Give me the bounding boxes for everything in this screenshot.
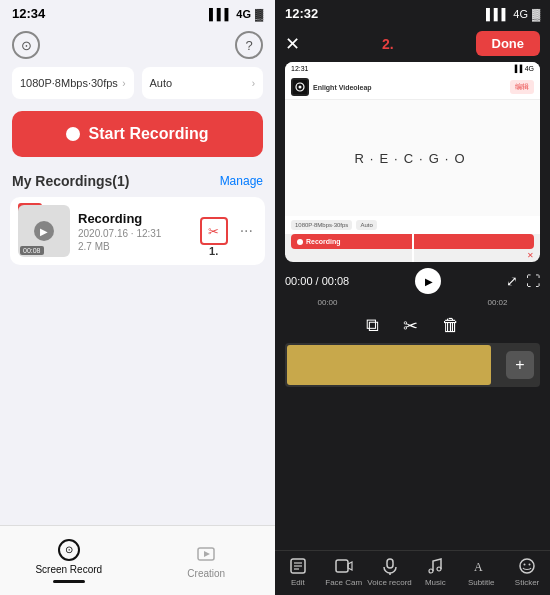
time-left: 12:34: [12, 6, 45, 21]
signal-icon-left: ▌▌▌: [209, 8, 232, 20]
left-panel: 12:34 ▌▌▌ 4G ▓ ⊙ ? 1080P·8Mbps·30fps › A…: [0, 0, 275, 595]
start-recording-button[interactable]: Start Recording: [12, 111, 263, 157]
timeline-bar: 00:00 / 00:08 ▶ ⤢ ⛶: [275, 262, 550, 298]
target-icon[interactable]: ⊙: [12, 31, 40, 59]
preview-rec-dot: [297, 239, 303, 245]
active-indicator: [53, 580, 85, 583]
tick-1: [370, 298, 455, 307]
edit-icon: [289, 557, 307, 575]
question-icon[interactable]: ?: [235, 31, 263, 59]
preview-rec-label: Recording: [306, 238, 341, 245]
quality-button[interactable]: 1080P·8Mbps·30fps ›: [12, 67, 134, 99]
recording-item: New ▶ 00:08 Recording 2020.07.16 · 12:31…: [10, 197, 265, 265]
delete-tool[interactable]: 🗑: [442, 315, 460, 337]
svg-text:A: A: [474, 560, 483, 574]
recording-name: Recording: [78, 211, 192, 226]
expand-icon[interactable]: ⤢: [506, 273, 518, 289]
battery-icon-left: ▓: [255, 8, 263, 20]
right-panel: 12:32 ▌▌▌ 4G ▓ ✕ 2. Done 12:31 ▌▌4G: [275, 0, 550, 595]
cut-icon: ✂: [403, 315, 418, 337]
status-icons-right: ▌▌▌ 4G ▓: [486, 8, 540, 20]
facecam-label: Face Cam: [325, 578, 362, 587]
voice-tool-item[interactable]: Voice record: [367, 557, 413, 587]
bottom-nav: ⊙ Screen Record Creation: [0, 525, 275, 595]
top-icons-left: ⊙ ?: [0, 27, 275, 67]
battery-icon-right: ▓: [532, 8, 540, 20]
recording-date: 2020.07.16 · 12:31: [78, 228, 192, 239]
facecam-tool-item[interactable]: Face Cam: [321, 557, 367, 587]
preview-edit-badge: 编辑: [510, 80, 534, 94]
preview-app-name: Enlight Videoleap: [313, 84, 372, 91]
manage-button[interactable]: Manage: [220, 174, 263, 188]
status-bar-right: 12:32 ▌▌▌ 4G ▓: [275, 0, 550, 27]
more-button[interactable]: ···: [236, 222, 257, 240]
network-icon-right: 4G: [513, 8, 528, 20]
preview-quality: 1080P·8Mbps·30fps: [291, 220, 352, 230]
thumb-duration: 00:08: [20, 246, 44, 255]
bottom-toolbar: Edit Face Cam Voice record Music: [275, 550, 550, 595]
recordings-header: My Recordings(1) Manage: [0, 173, 275, 197]
recording-size: 2.7 MB: [78, 241, 192, 252]
expand-icons: ⤢ ⛶: [506, 273, 540, 289]
timeline-ticks: 00:00 00:02: [275, 298, 550, 307]
music-label: Music: [425, 578, 446, 587]
cut-tool[interactable]: ✂: [403, 315, 418, 337]
tick-2: 00:02: [455, 298, 540, 307]
copy-tool[interactable]: ⧉: [366, 315, 379, 337]
svg-rect-9: [336, 560, 348, 572]
svg-point-17: [524, 564, 526, 566]
sticker-tool-item[interactable]: Sticker: [504, 557, 550, 587]
preview-content: R·E·C·G·O: [285, 100, 540, 216]
done-button[interactable]: Done: [476, 31, 541, 56]
network-icon-left: 4G: [236, 8, 251, 20]
delete-icon: 🗑: [442, 315, 460, 336]
time-display: 00:00 / 00:08: [285, 275, 349, 287]
edit-tool-item[interactable]: Edit: [275, 557, 321, 587]
fullscreen-icon[interactable]: ⛶: [526, 273, 540, 289]
record-dot: [66, 127, 80, 141]
screen-record-icon: ⊙: [58, 539, 80, 561]
nav-record-label: Screen Record: [35, 564, 102, 575]
subtitle-icon: A: [472, 557, 490, 575]
creation-icon: [195, 543, 217, 565]
edit-tools: ⧉ ✂ 🗑: [275, 311, 550, 343]
add-clip-button[interactable]: +: [506, 351, 534, 379]
nav-screen-record[interactable]: ⊙ Screen Record: [0, 526, 138, 595]
recording-thumbnail[interactable]: ▶ 00:08: [18, 205, 70, 257]
voice-label: Voice record: [367, 578, 411, 587]
auto-button[interactable]: Auto ›: [142, 67, 264, 99]
svg-marker-1: [204, 551, 210, 557]
scissors-button[interactable]: ✂ 1.: [200, 217, 228, 245]
clip-inner: [287, 345, 491, 385]
svg-point-4: [299, 86, 302, 89]
nav-creation-label: Creation: [187, 568, 225, 579]
step1-label: 1.: [209, 245, 218, 257]
quality-row: 1080P·8Mbps·30fps › Auto ›: [0, 67, 275, 99]
sticker-label: Sticker: [515, 578, 539, 587]
auto-chevron: ›: [252, 78, 255, 89]
cut-indicator: [412, 222, 414, 262]
svg-point-16: [520, 559, 534, 573]
timeline-play-button[interactable]: ▶: [415, 268, 441, 294]
play-icon[interactable]: ▶: [34, 221, 54, 241]
recordings-title: My Recordings(1): [12, 173, 129, 189]
right-top-bar: ✕ 2. Done: [275, 27, 550, 62]
voice-icon: [381, 557, 399, 575]
quality-chevron: ›: [122, 78, 125, 89]
preview-auto: Auto: [356, 220, 376, 230]
music-icon: [426, 557, 444, 575]
signal-icon-right: ▌▌▌: [486, 8, 509, 20]
status-bar-left: 12:34 ▌▌▌ 4G ▓: [0, 0, 275, 27]
facecam-icon: [335, 557, 353, 575]
subtitle-tool-item[interactable]: A Subtitle: [458, 557, 504, 587]
music-tool-item[interactable]: Music: [412, 557, 458, 587]
tick-0: 00:00: [285, 298, 370, 307]
close-button[interactable]: ✕: [285, 33, 300, 55]
nav-creation[interactable]: Creation: [138, 526, 276, 595]
subtitle-label: Subtitle: [468, 578, 495, 587]
timeline-clip: +: [285, 343, 540, 387]
preview-logo: R·E·C·G·O: [354, 151, 470, 166]
svg-rect-11: [387, 559, 393, 568]
preview-topbar: Enlight Videoleap 编辑: [285, 75, 540, 100]
status-icons-left: ▌▌▌ 4G ▓: [209, 8, 263, 20]
